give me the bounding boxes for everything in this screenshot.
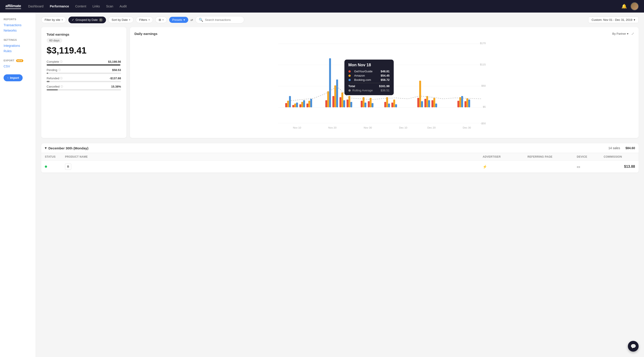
nav-content[interactable]: Content bbox=[75, 4, 86, 8]
chevron-down-icon: ▾ bbox=[162, 18, 164, 21]
svg-rect-43 bbox=[392, 103, 393, 107]
svg-rect-34 bbox=[361, 101, 362, 107]
svg-text:$60: $60 bbox=[481, 84, 486, 87]
svg-rect-51 bbox=[428, 100, 430, 107]
layout: REPORTS Transactions Networks SETTINGS I… bbox=[0, 12, 644, 357]
svg-rect-48 bbox=[421, 101, 423, 107]
svg-rect-53 bbox=[433, 98, 435, 107]
columns-button[interactable]: ⊞ ▾ bbox=[155, 16, 167, 23]
svg-text:$170: $170 bbox=[480, 42, 486, 44]
svg-rect-14 bbox=[294, 103, 296, 107]
toolbar: Filter by site ▾ ✓ Grouped by Date ✕ Sor… bbox=[41, 16, 638, 23]
svg-rect-54 bbox=[435, 103, 437, 107]
sidebar-item-csv[interactable]: CSV bbox=[4, 64, 32, 69]
svg-text:$115: $115 bbox=[480, 63, 486, 66]
import-button[interactable]: ↑ Import bbox=[4, 74, 23, 81]
nav-scan[interactable]: Scan bbox=[106, 4, 113, 8]
transactions-section: ▾ December 30th (Monday) 14 sales $84.60… bbox=[41, 143, 638, 173]
bell-icon[interactable]: 🔔 bbox=[621, 3, 627, 9]
filter-by-site-button[interactable]: Filter by site ▾ bbox=[41, 16, 66, 23]
sidebar-reports-heading: REPORTS bbox=[4, 18, 32, 20]
date-range-button[interactable]: Custom: Nov 01 - Dec 31, 2019 ▾ bbox=[588, 16, 638, 23]
chart-controls: By Partner ▾ ⤢ bbox=[612, 31, 634, 36]
complete-progress bbox=[46, 64, 121, 66]
device-icon: ▭ bbox=[577, 165, 580, 169]
nav-performance[interactable]: Performance bbox=[50, 4, 69, 8]
svg-rect-36 bbox=[364, 103, 366, 107]
sidebar-item-integrations[interactable]: Integrations bbox=[4, 43, 32, 48]
svg-rect-50 bbox=[426, 96, 428, 107]
status-dot bbox=[45, 166, 47, 168]
cancelled-progress bbox=[46, 89, 121, 90]
nav-audit[interactable]: Audit bbox=[120, 4, 126, 8]
refunded-progress bbox=[46, 81, 121, 82]
svg-rect-41 bbox=[386, 97, 388, 107]
svg-rect-20 bbox=[308, 101, 310, 107]
avatar[interactable] bbox=[630, 2, 638, 10]
sidebar-item-rules[interactable]: Rules bbox=[4, 48, 32, 54]
chart-title: Daily earnings bbox=[134, 32, 158, 36]
svg-rect-45 bbox=[395, 104, 397, 107]
sidebar-item-transactions[interactable]: Transactions bbox=[4, 22, 32, 28]
close-icon[interactable]: ✕ bbox=[99, 18, 103, 22]
logo: affilimate bbox=[6, 4, 21, 9]
svg-rect-16 bbox=[299, 104, 301, 107]
sliders-icon[interactable]: ⇄ bbox=[190, 18, 193, 22]
svg-text:Nov 30: Nov 30 bbox=[364, 126, 372, 129]
nav-links[interactable]: Links bbox=[92, 4, 100, 8]
cancelled-value: 15.38% bbox=[111, 85, 121, 88]
grouped-by-date-button[interactable]: ✓ Grouped by Date ✕ bbox=[68, 16, 106, 23]
nav-links: Dashboard Performance Content Links Scan… bbox=[28, 4, 614, 8]
info-icon: ⓘ bbox=[58, 68, 61, 72]
chat-widget[interactable]: 💬 bbox=[628, 341, 638, 352]
nav-dashboard[interactable]: Dashboard bbox=[28, 4, 44, 8]
days-badge: 60 days bbox=[46, 38, 62, 43]
by-partner-button[interactable]: By Partner ▾ bbox=[612, 32, 628, 35]
svg-rect-42 bbox=[388, 103, 390, 107]
presets-button[interactable]: Presets ▾ bbox=[169, 17, 188, 23]
commission-cell: $13.88 bbox=[604, 165, 635, 169]
svg-rect-32 bbox=[348, 96, 350, 107]
svg-text:-$50: -$50 bbox=[480, 122, 486, 125]
col-advertiser: Advertiser bbox=[483, 155, 528, 158]
svg-text:$5: $5 bbox=[483, 105, 486, 108]
svg-rect-23 bbox=[327, 91, 329, 107]
advertiser-icon: ⚡ bbox=[483, 165, 487, 169]
svg-rect-33 bbox=[350, 102, 352, 107]
svg-text:Nov 20: Nov 20 bbox=[328, 126, 336, 129]
pending-value: $58.53 bbox=[112, 68, 121, 72]
col-device: Device bbox=[577, 155, 604, 158]
search-icon: 🔍 bbox=[199, 18, 203, 22]
svg-text:Dec 30: Dec 30 bbox=[463, 126, 471, 129]
cards-row: Total earnings 60 days $3,119.41 Complet… bbox=[41, 27, 638, 138]
sidebar-export-heading: EXPORT NEW bbox=[4, 59, 32, 62]
chart-svg: $170 $115 $60 $5 -$50 bbox=[134, 39, 634, 129]
filters-button[interactable]: Filters ▾ bbox=[136, 16, 153, 23]
complete-stat: Complete ⓘ $3,198.56 bbox=[46, 60, 121, 66]
sidebar-item-networks[interactable]: Networks bbox=[4, 28, 32, 33]
search-box: 🔍 bbox=[196, 16, 244, 23]
svg-rect-52 bbox=[432, 100, 433, 107]
chevron-down-icon: ▾ bbox=[184, 18, 185, 21]
main: Filter by site ▾ ✓ Grouped by Date ✕ Sor… bbox=[36, 12, 644, 357]
nav-right: 🔔 bbox=[621, 2, 638, 10]
svg-rect-56 bbox=[459, 97, 461, 107]
svg-rect-31 bbox=[347, 99, 348, 107]
section-title: ▾ December 30th (Monday) bbox=[45, 146, 88, 150]
complete-value: $3,198.56 bbox=[108, 60, 121, 63]
import-icon: ↑ bbox=[7, 76, 9, 79]
col-product: Product name bbox=[65, 155, 483, 158]
svg-text:Dec 20: Dec 20 bbox=[427, 126, 436, 129]
sidebar-reports: REPORTS Transactions Networks bbox=[4, 18, 32, 33]
chart-card: Daily earnings By Partner ▾ ⤢ $170 $115 bbox=[130, 27, 638, 138]
svg-rect-19 bbox=[306, 103, 308, 107]
svg-rect-27 bbox=[336, 79, 338, 107]
status-cell bbox=[45, 165, 65, 169]
chevron-down-icon[interactable]: ▾ bbox=[45, 146, 46, 150]
sort-by-date-button[interactable]: Sort by Date ▾ bbox=[108, 16, 134, 23]
chevron-down-icon: ▾ bbox=[148, 18, 150, 21]
svg-text:Nov 10: Nov 10 bbox=[293, 126, 301, 129]
expand-icon[interactable]: ⤢ bbox=[631, 31, 634, 36]
topnav: affilimate Dashboard Performance Content… bbox=[0, 0, 644, 12]
search-input[interactable] bbox=[205, 18, 241, 21]
